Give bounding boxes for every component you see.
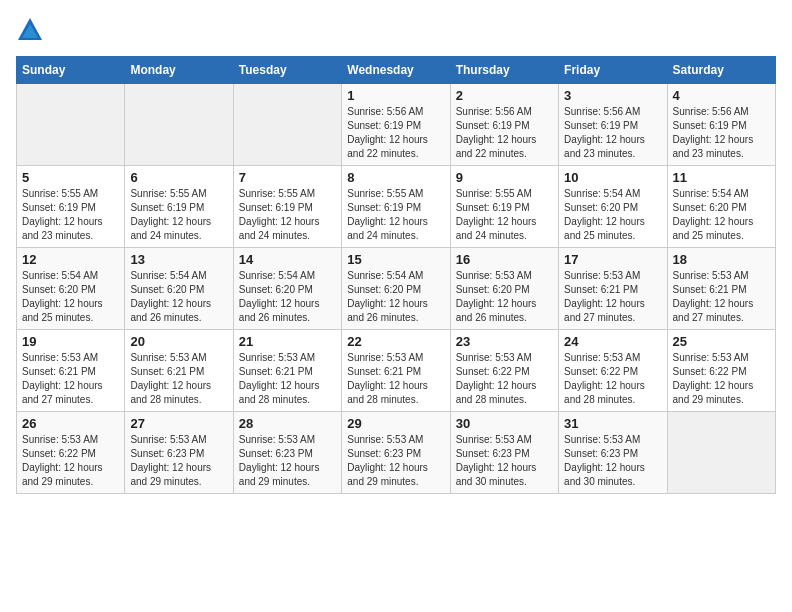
calendar-cell: 14Sunrise: 5:54 AM Sunset: 6:20 PM Dayli… — [233, 248, 341, 330]
calendar-cell — [233, 84, 341, 166]
day-number: 28 — [239, 416, 336, 431]
day-info: Sunrise: 5:53 AM Sunset: 6:21 PM Dayligh… — [673, 269, 770, 325]
day-info: Sunrise: 5:53 AM Sunset: 6:23 PM Dayligh… — [239, 433, 336, 489]
weekday-header-monday: Monday — [125, 57, 233, 84]
calendar-week-row: 19Sunrise: 5:53 AM Sunset: 6:21 PM Dayli… — [17, 330, 776, 412]
day-number: 30 — [456, 416, 553, 431]
calendar-cell: 24Sunrise: 5:53 AM Sunset: 6:22 PM Dayli… — [559, 330, 667, 412]
day-number: 9 — [456, 170, 553, 185]
calendar-cell: 30Sunrise: 5:53 AM Sunset: 6:23 PM Dayli… — [450, 412, 558, 494]
day-number: 12 — [22, 252, 119, 267]
calendar-cell: 20Sunrise: 5:53 AM Sunset: 6:21 PM Dayli… — [125, 330, 233, 412]
day-info: Sunrise: 5:56 AM Sunset: 6:19 PM Dayligh… — [347, 105, 444, 161]
calendar-cell: 23Sunrise: 5:53 AM Sunset: 6:22 PM Dayli… — [450, 330, 558, 412]
calendar-cell: 10Sunrise: 5:54 AM Sunset: 6:20 PM Dayli… — [559, 166, 667, 248]
day-info: Sunrise: 5:53 AM Sunset: 6:22 PM Dayligh… — [456, 351, 553, 407]
weekday-header-tuesday: Tuesday — [233, 57, 341, 84]
day-info: Sunrise: 5:53 AM Sunset: 6:22 PM Dayligh… — [22, 433, 119, 489]
calendar-cell: 18Sunrise: 5:53 AM Sunset: 6:21 PM Dayli… — [667, 248, 775, 330]
calendar-cell: 1Sunrise: 5:56 AM Sunset: 6:19 PM Daylig… — [342, 84, 450, 166]
calendar-cell: 9Sunrise: 5:55 AM Sunset: 6:19 PM Daylig… — [450, 166, 558, 248]
day-info: Sunrise: 5:53 AM Sunset: 6:22 PM Dayligh… — [673, 351, 770, 407]
day-number: 21 — [239, 334, 336, 349]
day-number: 13 — [130, 252, 227, 267]
calendar-cell: 31Sunrise: 5:53 AM Sunset: 6:23 PM Dayli… — [559, 412, 667, 494]
calendar-cell: 25Sunrise: 5:53 AM Sunset: 6:22 PM Dayli… — [667, 330, 775, 412]
calendar-cell: 2Sunrise: 5:56 AM Sunset: 6:19 PM Daylig… — [450, 84, 558, 166]
day-info: Sunrise: 5:53 AM Sunset: 6:21 PM Dayligh… — [347, 351, 444, 407]
weekday-header-wednesday: Wednesday — [342, 57, 450, 84]
day-info: Sunrise: 5:53 AM Sunset: 6:21 PM Dayligh… — [239, 351, 336, 407]
calendar-week-row: 26Sunrise: 5:53 AM Sunset: 6:22 PM Dayli… — [17, 412, 776, 494]
calendar-cell: 8Sunrise: 5:55 AM Sunset: 6:19 PM Daylig… — [342, 166, 450, 248]
day-number: 26 — [22, 416, 119, 431]
calendar-cell: 13Sunrise: 5:54 AM Sunset: 6:20 PM Dayli… — [125, 248, 233, 330]
weekday-header-sunday: Sunday — [17, 57, 125, 84]
logo — [16, 16, 46, 44]
day-info: Sunrise: 5:56 AM Sunset: 6:19 PM Dayligh… — [564, 105, 661, 161]
day-info: Sunrise: 5:54 AM Sunset: 6:20 PM Dayligh… — [130, 269, 227, 325]
calendar-cell: 12Sunrise: 5:54 AM Sunset: 6:20 PM Dayli… — [17, 248, 125, 330]
calendar-cell: 27Sunrise: 5:53 AM Sunset: 6:23 PM Dayli… — [125, 412, 233, 494]
calendar-cell: 17Sunrise: 5:53 AM Sunset: 6:21 PM Dayli… — [559, 248, 667, 330]
calendar-cell: 3Sunrise: 5:56 AM Sunset: 6:19 PM Daylig… — [559, 84, 667, 166]
calendar-cell: 4Sunrise: 5:56 AM Sunset: 6:19 PM Daylig… — [667, 84, 775, 166]
day-info: Sunrise: 5:53 AM Sunset: 6:21 PM Dayligh… — [564, 269, 661, 325]
day-info: Sunrise: 5:53 AM Sunset: 6:23 PM Dayligh… — [564, 433, 661, 489]
calendar-header-row: SundayMondayTuesdayWednesdayThursdayFrid… — [17, 57, 776, 84]
day-info: Sunrise: 5:53 AM Sunset: 6:23 PM Dayligh… — [347, 433, 444, 489]
day-number: 29 — [347, 416, 444, 431]
day-info: Sunrise: 5:55 AM Sunset: 6:19 PM Dayligh… — [22, 187, 119, 243]
calendar-cell: 16Sunrise: 5:53 AM Sunset: 6:20 PM Dayli… — [450, 248, 558, 330]
day-number: 22 — [347, 334, 444, 349]
day-info: Sunrise: 5:53 AM Sunset: 6:21 PM Dayligh… — [22, 351, 119, 407]
day-number: 2 — [456, 88, 553, 103]
day-number: 20 — [130, 334, 227, 349]
calendar-cell: 11Sunrise: 5:54 AM Sunset: 6:20 PM Dayli… — [667, 166, 775, 248]
calendar-cell: 6Sunrise: 5:55 AM Sunset: 6:19 PM Daylig… — [125, 166, 233, 248]
day-number: 19 — [22, 334, 119, 349]
calendar-cell: 29Sunrise: 5:53 AM Sunset: 6:23 PM Dayli… — [342, 412, 450, 494]
calendar-cell: 28Sunrise: 5:53 AM Sunset: 6:23 PM Dayli… — [233, 412, 341, 494]
calendar-cell: 19Sunrise: 5:53 AM Sunset: 6:21 PM Dayli… — [17, 330, 125, 412]
calendar-cell: 26Sunrise: 5:53 AM Sunset: 6:22 PM Dayli… — [17, 412, 125, 494]
day-number: 6 — [130, 170, 227, 185]
calendar-week-row: 1Sunrise: 5:56 AM Sunset: 6:19 PM Daylig… — [17, 84, 776, 166]
day-number: 4 — [673, 88, 770, 103]
calendar-cell: 22Sunrise: 5:53 AM Sunset: 6:21 PM Dayli… — [342, 330, 450, 412]
day-number: 14 — [239, 252, 336, 267]
calendar-week-row: 5Sunrise: 5:55 AM Sunset: 6:19 PM Daylig… — [17, 166, 776, 248]
day-info: Sunrise: 5:55 AM Sunset: 6:19 PM Dayligh… — [130, 187, 227, 243]
day-info: Sunrise: 5:55 AM Sunset: 6:19 PM Dayligh… — [456, 187, 553, 243]
weekday-header-saturday: Saturday — [667, 57, 775, 84]
day-number: 18 — [673, 252, 770, 267]
day-number: 16 — [456, 252, 553, 267]
day-number: 3 — [564, 88, 661, 103]
day-info: Sunrise: 5:53 AM Sunset: 6:22 PM Dayligh… — [564, 351, 661, 407]
day-info: Sunrise: 5:55 AM Sunset: 6:19 PM Dayligh… — [347, 187, 444, 243]
weekday-header-thursday: Thursday — [450, 57, 558, 84]
day-info: Sunrise: 5:53 AM Sunset: 6:23 PM Dayligh… — [456, 433, 553, 489]
page-header — [16, 16, 776, 44]
day-number: 25 — [673, 334, 770, 349]
logo-icon — [16, 16, 44, 44]
day-number: 17 — [564, 252, 661, 267]
calendar-cell: 5Sunrise: 5:55 AM Sunset: 6:19 PM Daylig… — [17, 166, 125, 248]
day-info: Sunrise: 5:54 AM Sunset: 6:20 PM Dayligh… — [22, 269, 119, 325]
calendar-cell — [125, 84, 233, 166]
day-number: 23 — [456, 334, 553, 349]
day-number: 27 — [130, 416, 227, 431]
day-info: Sunrise: 5:54 AM Sunset: 6:20 PM Dayligh… — [673, 187, 770, 243]
day-number: 1 — [347, 88, 444, 103]
calendar-cell: 7Sunrise: 5:55 AM Sunset: 6:19 PM Daylig… — [233, 166, 341, 248]
day-number: 11 — [673, 170, 770, 185]
calendar-week-row: 12Sunrise: 5:54 AM Sunset: 6:20 PM Dayli… — [17, 248, 776, 330]
day-info: Sunrise: 5:53 AM Sunset: 6:21 PM Dayligh… — [130, 351, 227, 407]
calendar-cell: 21Sunrise: 5:53 AM Sunset: 6:21 PM Dayli… — [233, 330, 341, 412]
day-info: Sunrise: 5:56 AM Sunset: 6:19 PM Dayligh… — [673, 105, 770, 161]
day-info: Sunrise: 5:55 AM Sunset: 6:19 PM Dayligh… — [239, 187, 336, 243]
day-number: 5 — [22, 170, 119, 185]
day-info: Sunrise: 5:54 AM Sunset: 6:20 PM Dayligh… — [239, 269, 336, 325]
calendar-table: SundayMondayTuesdayWednesdayThursdayFrid… — [16, 56, 776, 494]
day-info: Sunrise: 5:53 AM Sunset: 6:23 PM Dayligh… — [130, 433, 227, 489]
